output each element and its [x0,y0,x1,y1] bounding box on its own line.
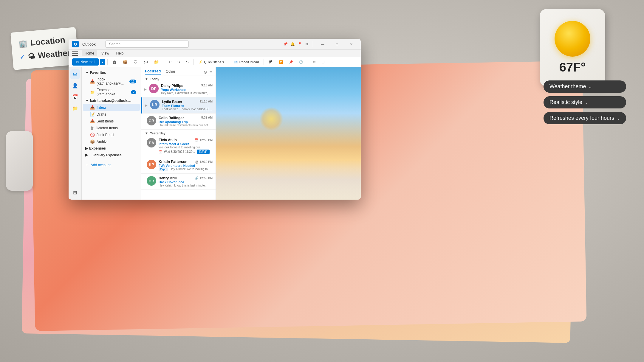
expand-icon: ▶ [144,88,147,91]
subject-henry: Back Cover Idea [159,180,213,184]
filter-icon[interactable]: ⊙ [204,70,207,74]
move-button[interactable]: 📁 [151,58,161,66]
flag-button[interactable]: 🏴 [266,59,275,65]
weather-theme-option[interactable]: Weather theme ⌄ [544,80,626,93]
avatar-colin: CB [147,116,156,125]
sender-henry: Henry Brill 🔗 12:55 PM [159,176,213,180]
location-pin-icon[interactable]: 📍 [297,42,302,46]
sidebar-item-expenses-fav[interactable]: 📁 Expenses (katri.ahoka... 2 [83,87,140,97]
maximize-button[interactable]: □ [331,41,343,48]
more-button[interactable]: ... [328,59,335,65]
filter-button[interactable]: 🔽 [276,59,285,65]
account-section[interactable]: ▼ katri.ahokas@outlook.... [82,97,141,104]
archive-button[interactable]: 📦 [120,58,130,66]
sort-icon[interactable]: ≡ [210,70,212,74]
email-item-kristin[interactable]: KP Kristin Patterson @ 12:30 PM FW: Volu… [141,157,216,174]
email-item-daisy[interactable]: ▶ DP Daisy Philips 9:16 AM Yoga Workshop… [141,81,216,97]
delete-button[interactable]: 🗑 [110,58,119,66]
avatar-kristin: KP [147,160,156,169]
nav-files-icon[interactable]: 📁 [70,103,80,113]
at-icon: @ [195,160,199,164]
sidebar-item-drafts[interactable]: 📝 Drafts [83,111,140,118]
inbox-icon: 📥 [90,79,95,84]
email-item-lydia[interactable]: ▶ LB Lydia Bauer 11:10 AM Team Pictures … [141,97,216,114]
refresh-button[interactable]: ↺ [311,59,318,65]
read-unread-button[interactable]: 📧 Read/Unread [232,59,261,65]
lightning-icon: ⚡ [199,60,203,64]
avatar-daisy: DP [149,84,159,93]
redo1-button[interactable]: ↪ [175,59,182,65]
undo-button[interactable]: ↩ [166,59,174,65]
read-unread-label: Read/Unread [239,60,259,64]
calendar-small-icon: 📅 [159,150,162,153]
new-mail-button[interactable]: ✉ New mail [72,58,99,66]
menu-view[interactable]: View [98,50,112,56]
sender-lydia: Lydia Bauer 11:10 AM [162,100,213,104]
tab-other[interactable]: Other [165,69,175,75]
add-account-button[interactable]: ＋ Add account [82,161,141,169]
bell-icon[interactable]: 🔔 [290,42,295,46]
hamburger-menu[interactable] [72,51,78,56]
email-content-henry: Henry Brill 🔗 12:55 PM Back Cover Idea H… [159,176,213,187]
settings-icon[interactable]: ⚙ [304,42,309,46]
sent-icon: 📤 [90,119,95,123]
expenses-section[interactable]: ▶ Expenses [82,145,141,152]
sidebar-item-inbox[interactable]: 📥 Inbox [83,104,140,111]
expand-icon: ▶ [145,104,148,107]
menu-home[interactable]: Home [82,50,97,56]
new-mail-label: New mail [80,60,95,64]
minimize-button[interactable]: — [317,41,329,48]
close-button[interactable]: ✕ [345,41,357,48]
menu-help[interactable]: Help [113,50,127,56]
stone-decoration-left [6,131,33,191]
sender-daisy: Daisy Philips 9:16 AM [161,84,213,88]
separator [308,59,308,65]
move-to-button[interactable]: 🛡 [131,58,140,66]
sidebar-item-inbox-fav[interactable]: 📥 Inbox (katri.ahokas@... 11 [83,76,140,87]
email-item-elvia[interactable]: EA Elvia Atkin 📅 12:55 PM Intern Meet & … [141,136,216,157]
preview-henry: Hey Katri, I know this is last minute... [159,184,213,187]
title-actions: 📌 🔔 📍 ⚙ — □ ✕ [283,41,357,48]
january-expenses-section[interactable]: ▶ January Expenses [82,152,141,158]
clock-button[interactable]: 🕐 [297,59,306,65]
email-list-panel: Focused Other ⊙ ≡ ▼ Today ▶ DP [141,67,216,200]
weather-theme-label: Weather theme [549,83,586,90]
tab-focused[interactable]: Focused [145,69,161,75]
junk-icon: 🚫 [90,133,95,137]
tag-button[interactable]: 🏷 [141,58,150,66]
realistic-style-label: Realistic style [549,99,582,105]
quick-steps-button[interactable]: ⚡ Quick steps ▾ [196,59,226,65]
email-item-henry[interactable]: HB Henry Brill 🔗 12:55 PM Back Cover Ide… [141,174,216,190]
search-input[interactable] [105,41,189,48]
pin-icon[interactable]: 📌 [283,42,288,46]
refresh-option[interactable]: Refreshes every four hours ⌄ [544,112,626,124]
new-mail-dropdown[interactable]: ▾ [100,59,105,65]
email-content-elvia: Elvia Atkin 📅 12:55 PM Intern Meet & Gre… [159,138,213,155]
sidebar-item-deleted[interactable]: 🗑 Deleted Items [83,125,140,131]
nav-people-icon[interactable]: 👤 [70,81,80,90]
envelope-icon: ✉ [76,60,79,64]
chevron-down-icon: ⌄ [585,100,588,105]
separator [313,41,313,47]
grid-button[interactable]: ⊞ [319,59,327,65]
sidebar-item-sent[interactable]: 📤 Sent Items [83,118,140,125]
nav-calendar-icon[interactable]: 📅 [70,92,80,102]
favorites-section[interactable]: ▼ Favorites [82,69,141,76]
group-yesterday: ▼ Yesterday [141,130,216,136]
redo2-button[interactable]: ↪ [184,59,191,65]
pin-button[interactable]: 📌 [287,59,295,65]
rsvp-button[interactable]: RSVP [197,150,210,154]
avatar-elvia: EA [147,138,156,147]
email-item-colin[interactable]: CB Colin Ballinger 8:32 AM Re: Upcoming … [141,114,216,130]
separator [229,59,229,65]
separator [164,59,164,65]
sidebar-item-junk[interactable]: 🚫 Junk Email [83,131,140,138]
sidebar-item-archive[interactable]: 📦 Archive [83,138,140,145]
archive-icon: 📦 [90,139,95,144]
realistic-style-option[interactable]: Realistic style ⌄ [544,96,626,108]
outlook-window: O Outlook 📌 🔔 📍 ⚙ — □ ✕ Home View Help ✉ [69,39,361,200]
temperature-display: 67F° [559,60,586,74]
nav-mail-icon[interactable]: ✉ [70,69,80,79]
search-bar[interactable] [105,41,189,48]
nav-apps-icon[interactable]: ⊞ [70,188,80,197]
